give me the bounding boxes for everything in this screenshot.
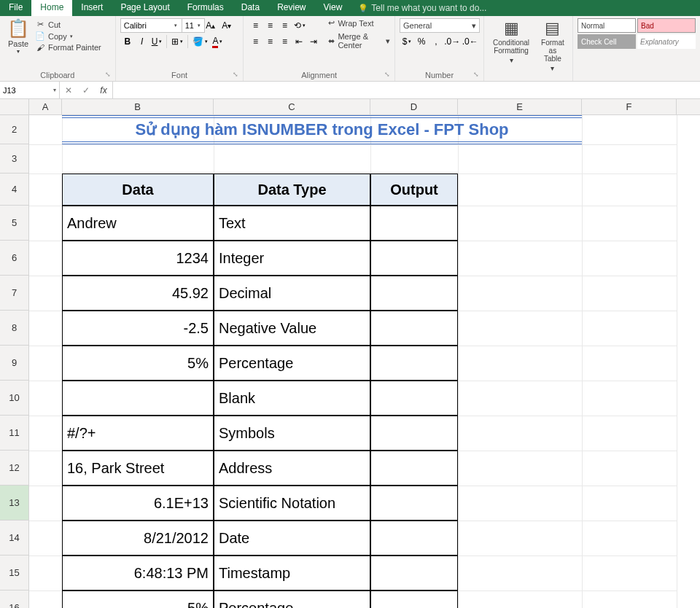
tab-data[interactable]: Data xyxy=(233,0,268,16)
decrease-font-button[interactable]: A▾ xyxy=(219,18,234,33)
cancel-formula-button[interactable]: ✕ xyxy=(60,82,77,98)
cell-B15[interactable]: 6:48:13 PM xyxy=(62,556,214,591)
cell-styles-gallery[interactable]: Normal Bad Check Cell Explanatory xyxy=(578,18,696,49)
cell-B7[interactable]: 45.92 xyxy=(62,276,214,311)
font-color-button[interactable]: A▾ xyxy=(210,34,225,49)
formula-input[interactable] xyxy=(113,82,700,98)
col-header-B[interactable]: B xyxy=(62,99,214,114)
row-header-6[interactable]: 6 xyxy=(0,241,28,276)
table-header-output[interactable]: Output xyxy=(370,174,458,206)
cell-C8[interactable]: Negative Value xyxy=(214,311,370,346)
cell-C5[interactable]: Text xyxy=(214,206,370,241)
cell-D5[interactable] xyxy=(370,206,458,241)
cell-B8[interactable]: -2.5 xyxy=(62,311,214,346)
enter-formula-button[interactable]: ✓ xyxy=(77,82,95,98)
row-header-12[interactable]: 12 xyxy=(0,451,28,486)
increase-font-button[interactable]: A▴ xyxy=(203,18,218,33)
format-painter-button[interactable]: 🖌Format Painter xyxy=(35,43,101,52)
dialog-launcher-icon[interactable]: ⤡ xyxy=(105,71,111,78)
style-explanatory[interactable]: Explanatory xyxy=(637,34,696,49)
chevron-down-icon[interactable]: ▾ xyxy=(174,23,177,28)
dialog-launcher-icon[interactable]: ⤡ xyxy=(473,71,479,78)
percent-format-button[interactable]: % xyxy=(414,34,429,49)
italic-button[interactable]: I xyxy=(135,34,149,49)
cell-B11[interactable]: #/?+ xyxy=(62,416,214,451)
row-header-3[interactable]: 3 xyxy=(0,144,28,174)
cell-D10[interactable] xyxy=(370,381,458,416)
bold-button[interactable]: B xyxy=(120,34,135,49)
cell-D14[interactable] xyxy=(370,521,458,556)
align-bottom-button[interactable]: ≡ xyxy=(277,18,292,33)
tab-home[interactable]: Home xyxy=(31,0,72,16)
style-bad[interactable]: Bad xyxy=(637,18,696,33)
select-all-corner[interactable] xyxy=(0,99,29,114)
cell-B12[interactable]: 16, Park Street xyxy=(62,451,214,486)
wrap-text-button[interactable]: ↩Wrap Text xyxy=(328,18,390,28)
row-header-11[interactable]: 11 xyxy=(0,416,28,451)
cell-B9[interactable]: 5% xyxy=(62,346,214,381)
copy-button[interactable]: 📄Copy▾ xyxy=(35,31,101,41)
tell-me-search[interactable]: 💡Tell me what you want to do... xyxy=(351,0,486,16)
insert-function-button[interactable]: fx xyxy=(95,82,112,98)
dialog-launcher-icon[interactable]: ⤡ xyxy=(233,71,238,78)
cell-B13[interactable]: 6.1E+13 xyxy=(62,486,214,521)
row-header-9[interactable]: 9 xyxy=(0,346,28,381)
row-header-16[interactable]: 16 xyxy=(0,591,28,608)
align-middle-button[interactable]: ≡ xyxy=(262,18,277,33)
tab-formulas[interactable]: Formulas xyxy=(179,0,233,16)
cell-B6[interactable]: 1234 xyxy=(62,241,214,276)
underline-button[interactable]: U▾ xyxy=(149,34,165,49)
cell-B16[interactable]: 5% xyxy=(62,591,214,608)
cell-D8[interactable] xyxy=(370,311,458,346)
row-header-14[interactable]: 14 xyxy=(0,521,28,556)
cell-B5[interactable]: Andrew xyxy=(62,206,214,241)
cell-C11[interactable]: Symbols xyxy=(214,416,370,451)
col-header-D[interactable]: D xyxy=(370,99,458,114)
cell-D9[interactable] xyxy=(370,346,458,381)
tab-file[interactable]: File xyxy=(0,0,31,16)
border-button[interactable]: ⊞▾ xyxy=(169,34,185,49)
align-left-button[interactable]: ≡ xyxy=(248,34,262,49)
cell-C12[interactable]: Address xyxy=(214,451,370,486)
cell-D6[interactable] xyxy=(370,241,458,276)
tab-page-layout[interactable]: Page Layout xyxy=(112,0,178,16)
cell-D12[interactable] xyxy=(370,451,458,486)
cell-C6[interactable]: Integer xyxy=(214,241,370,276)
cut-button[interactable]: ✂Cut xyxy=(35,20,101,29)
align-top-button[interactable]: ≡ xyxy=(248,18,262,33)
table-header-data[interactable]: Data xyxy=(62,174,214,206)
align-center-button[interactable]: ≡ xyxy=(262,34,277,49)
font-size-select[interactable] xyxy=(182,18,205,33)
tab-insert[interactable]: Insert xyxy=(72,0,112,16)
row-header-15[interactable]: 15 xyxy=(0,556,28,591)
decrease-decimal-button[interactable]: .0← xyxy=(462,34,480,49)
cell-D13[interactable] xyxy=(370,486,458,521)
format-as-table-button[interactable]: ▤Format as Table▾ xyxy=(537,18,569,74)
cell-grid[interactable]: Sử dụng hàm ISNUMBER trong Excel - FPT S… xyxy=(29,115,677,608)
style-normal[interactable]: Normal xyxy=(578,18,636,33)
cell-C15[interactable]: Timestamp xyxy=(214,556,370,591)
row-header-5[interactable]: 5 xyxy=(0,206,28,241)
name-box[interactable]: J13▾ xyxy=(0,82,60,98)
cell-C7[interactable]: Decimal xyxy=(214,276,370,311)
col-header-A[interactable]: A xyxy=(29,99,62,114)
cell-C14[interactable]: Date xyxy=(214,521,370,556)
cell-C16[interactable]: Percentage xyxy=(214,591,370,608)
chevron-down-icon[interactable]: ▾ xyxy=(198,23,201,28)
paste-button[interactable]: 📋 Paste ▼ xyxy=(4,18,32,54)
style-check-cell[interactable]: Check Cell xyxy=(578,34,636,49)
table-header-type[interactable]: Data Type xyxy=(214,174,370,206)
row-header-7[interactable]: 7 xyxy=(0,276,28,311)
row-header-2[interactable]: 2 xyxy=(0,115,28,144)
number-format-select[interactable]: General▾ xyxy=(400,18,480,33)
fill-color-button[interactable]: 🪣▾ xyxy=(190,34,210,49)
comma-format-button[interactable]: , xyxy=(429,34,443,49)
orientation-button[interactable]: ⟲▾ xyxy=(292,18,308,33)
increase-indent-button[interactable]: ⇥ xyxy=(306,34,321,49)
col-header-E[interactable]: E xyxy=(458,99,582,114)
dialog-launcher-icon[interactable]: ⤡ xyxy=(384,71,390,78)
cell-D16[interactable] xyxy=(370,591,458,608)
worksheet[interactable]: ABCDEF 2345678910111213141516 Sử dụng hà… xyxy=(0,99,700,608)
row-header-10[interactable]: 10 xyxy=(0,381,28,416)
cell-C10[interactable]: Blank xyxy=(214,381,370,416)
